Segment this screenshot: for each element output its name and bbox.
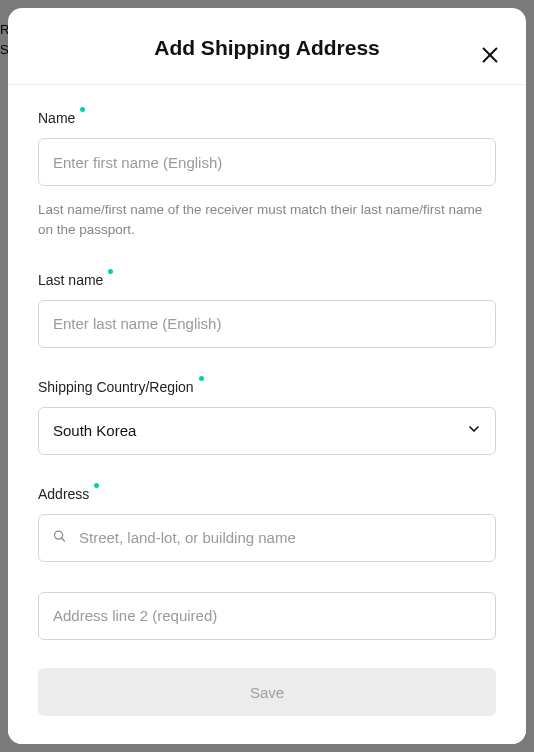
- country-label: Shipping Country/Region: [38, 379, 194, 395]
- country-select[interactable]: South Korea: [38, 407, 496, 455]
- close-button[interactable]: [478, 44, 502, 68]
- address-field-group: Address: [38, 485, 496, 562]
- modal-title: Add Shipping Address: [32, 36, 502, 60]
- required-dot-icon: [108, 269, 113, 274]
- last-name-field-group: Last name: [38, 271, 496, 348]
- required-dot-icon: [80, 107, 85, 112]
- required-dot-icon: [199, 376, 204, 381]
- close-icon: [479, 44, 501, 69]
- address2-field-group: [38, 592, 496, 640]
- country-field-group: Shipping Country/Region South Korea: [38, 378, 496, 455]
- first-name-input[interactable]: [38, 138, 496, 186]
- name-helper-text: Last name/first name of the receiver mus…: [38, 200, 496, 241]
- shipping-address-modal: Add Shipping Address Name Last name/firs…: [8, 8, 526, 744]
- address-line-2-input[interactable]: [38, 592, 496, 640]
- required-dot-icon: [94, 483, 99, 488]
- modal-footer: Save: [8, 652, 526, 744]
- name-label: Name: [38, 110, 75, 126]
- name-field-group: Name Last name/first name of the receive…: [38, 109, 496, 241]
- last-name-label: Last name: [38, 272, 103, 288]
- last-name-input[interactable]: [38, 300, 496, 348]
- address-label: Address: [38, 486, 89, 502]
- modal-body[interactable]: Name Last name/first name of the receive…: [8, 85, 526, 652]
- modal-header: Add Shipping Address: [8, 8, 526, 85]
- address-search-input[interactable]: [38, 514, 496, 562]
- save-button[interactable]: Save: [38, 668, 496, 716]
